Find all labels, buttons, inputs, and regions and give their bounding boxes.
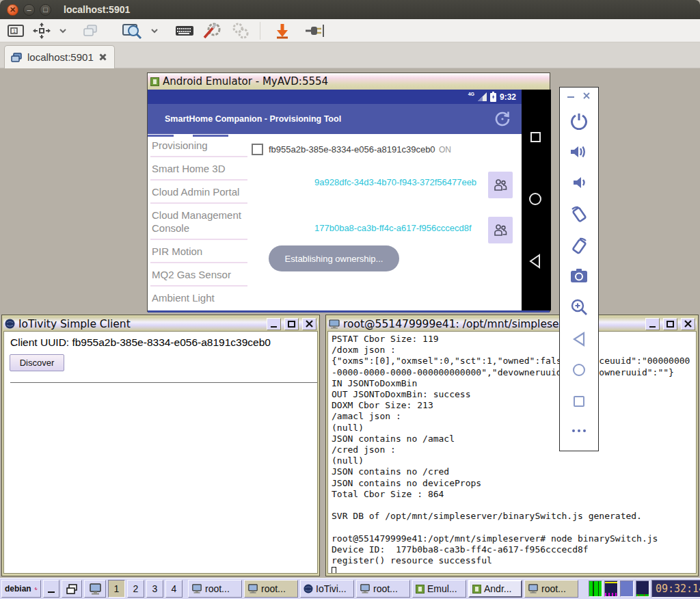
refresh-icon[interactable] [493, 109, 512, 129]
maximize-button[interactable] [663, 318, 677, 330]
emulator-side-toolbar [559, 87, 599, 451]
minimize-button[interactable]: – [23, 4, 35, 16]
task-button-root-3[interactable]: root... [356, 580, 410, 598]
window-list-button[interactable] [62, 580, 82, 598]
nav-item-mq2-gas-sensor[interactable]: MQ2 Gas Sensor [150, 263, 247, 287]
nav-item-pir-motion[interactable]: PIR Motion [150, 240, 247, 263]
workspace-button-3[interactable]: 3 [146, 580, 163, 598]
terminal-line: DOXM Cbor Size: 213 [332, 400, 696, 411]
nav-item-smart-home-3d[interactable]: Smart Home 3D [150, 157, 247, 181]
close-button[interactable] [302, 318, 317, 330]
task-button-iotivity[interactable]: IoTivi... [300, 580, 354, 598]
terminal-line: /doxm json : [332, 345, 696, 356]
home-button[interactable] [529, 193, 541, 205]
task-button-root-2[interactable]: root... [244, 580, 298, 598]
fullscreen-button[interactable]: 1 [3, 21, 29, 41]
chevron-down-icon[interactable] [146, 21, 163, 41]
android-icon [472, 585, 481, 594]
discovered-uuid[interactable]: 9a928dfc-34d3-4b70-f943-372f56477eeb [314, 177, 476, 187]
device-checkbox[interactable] [252, 144, 263, 155]
gears-icon[interactable] [226, 21, 254, 41]
home-button[interactable] [560, 364, 598, 376]
tab-localhost-5901[interactable]: localhost:5901 [4, 45, 115, 68]
establishing-ownership-button[interactable]: Establishing ownership... [269, 245, 399, 271]
network-type-label: 4G [468, 92, 474, 96]
discover-button[interactable]: Discover [10, 354, 64, 371]
disconnect-button[interactable] [300, 21, 329, 41]
tab-close-icon[interactable] [98, 53, 107, 62]
keyboard-button[interactable] [171, 21, 198, 41]
terminal-line: register() resource successful [332, 555, 696, 566]
volume-up-button[interactable] [560, 144, 598, 160]
minimize-button[interactable] [267, 318, 281, 330]
back-button[interactable] [560, 331, 598, 347]
app-title: SmartHome Companion - Provisioning Tool [165, 114, 341, 124]
ownership-button[interactable] [488, 217, 513, 243]
memory-monitor-graph [620, 581, 634, 597]
task-button-emulator[interactable]: Emul... [412, 580, 466, 598]
back-button[interactable] [528, 254, 542, 269]
overview-button[interactable] [530, 132, 541, 142]
discovered-uuid[interactable]: 177b0ba8-ca3b-ff4c-a617-f956cccecd8f [314, 223, 472, 233]
emulator-icon [416, 585, 425, 594]
taskbar-clock: 09:32:14 [651, 580, 700, 598]
terminal-titlebar[interactable]: root@551479999e41: /opt/mnt/simpleserver [327, 317, 697, 331]
android-nav-bezel [522, 90, 551, 310]
terminal-output[interactable]: PSTAT Cbor Size: 119 /doxm json : {"oxms… [327, 331, 697, 574]
overview-button[interactable] [560, 396, 598, 407]
volume-down-button[interactable] [560, 175, 598, 190]
iotivity-content: Client UUID: fb955a2b-385e-8334-e056-a81… [3, 331, 318, 574]
workspace-button-4[interactable]: 4 [165, 580, 183, 598]
nav-item-cloud-admin-portal[interactable]: Cloud Admin Portal [150, 181, 247, 204]
taskbar: debian 1 2 3 4 root... root... IoTivi...… [0, 578, 700, 599]
task-button-root-4[interactable]: root... [524, 580, 578, 598]
android-emulator-window: Android Emulator - MyAVD:5554 4G 9:32 Sm… [147, 72, 550, 312]
terminal-icon [191, 584, 202, 594]
rotate-right-button[interactable] [560, 237, 598, 256]
start-menu-button[interactable]: debian [1, 580, 41, 598]
emulator-title: Android Emulator - MyAVD:5554 [163, 75, 328, 88]
iotivity-titlebar[interactable]: IoTivity Simple Client [3, 317, 318, 331]
terminal-line: SVR DB of /opt/mnt/simpleserver/binarySw… [332, 511, 696, 522]
nav-item-provisioning[interactable]: Provisioning [150, 134, 247, 157]
screenshot-button[interactable] [118, 21, 146, 41]
close-button[interactable] [582, 92, 591, 100]
show-desktop-button[interactable] [43, 580, 59, 598]
terminal-line: JSON contains no deviceProps [332, 478, 696, 489]
desktop-monitor-button[interactable] [84, 580, 106, 598]
device-state-label: ON [439, 145, 451, 155]
status-clock: 9:32 [500, 92, 516, 102]
terminal-line: OUT JSONToDoxmBin: success [332, 389, 696, 400]
scaling-button[interactable] [29, 21, 55, 41]
rotate-left-button[interactable] [560, 205, 598, 224]
vnc-tabbar: localhost:5901 [0, 42, 700, 68]
app-toolbar: SmartHome Companion - Provisioning Tool [148, 104, 522, 134]
close-button[interactable]: ✕ [7, 4, 18, 16]
maximize-button[interactable] [284, 318, 299, 330]
battery-charging-icon [490, 92, 496, 102]
ownership-button[interactable] [488, 172, 513, 198]
minimize-button[interactable] [567, 96, 574, 98]
more-options-button[interactable] [560, 429, 598, 432]
screenshot-button[interactable] [560, 268, 598, 284]
workspace-button-1[interactable]: 1 [108, 580, 125, 598]
tools-button[interactable] [198, 21, 226, 41]
download-button[interactable] [270, 21, 295, 41]
terminal-line: Device ID: 177b0ba8-ca3b-ff4c-a617-f956c… [332, 544, 696, 555]
power-button[interactable] [560, 112, 598, 130]
task-button-root-1[interactable]: root... [188, 580, 242, 598]
workspace-button-2[interactable]: 2 [127, 580, 144, 598]
task-button-android[interactable]: Andr... [468, 580, 522, 598]
chevron-down-icon[interactable] [55, 21, 71, 41]
task-label: root... [541, 583, 566, 594]
emulator-titlebar[interactable]: Android Emulator - MyAVD:5554 [148, 73, 550, 90]
maximize-button[interactable]: □ [40, 4, 51, 16]
terminal-line: IN JSONToDoxmBin [332, 378, 696, 389]
close-button[interactable] [681, 318, 695, 330]
zoom-button[interactable] [560, 298, 598, 316]
copy-button[interactable] [78, 21, 103, 41]
nav-item-cloud-management-console[interactable]: Cloud Management Console [150, 204, 247, 240]
minimize-button[interactable] [645, 318, 660, 330]
nav-item-ambient-light[interactable]: Ambient Light [150, 287, 247, 308]
terminal-line: /cred json : [332, 444, 696, 455]
